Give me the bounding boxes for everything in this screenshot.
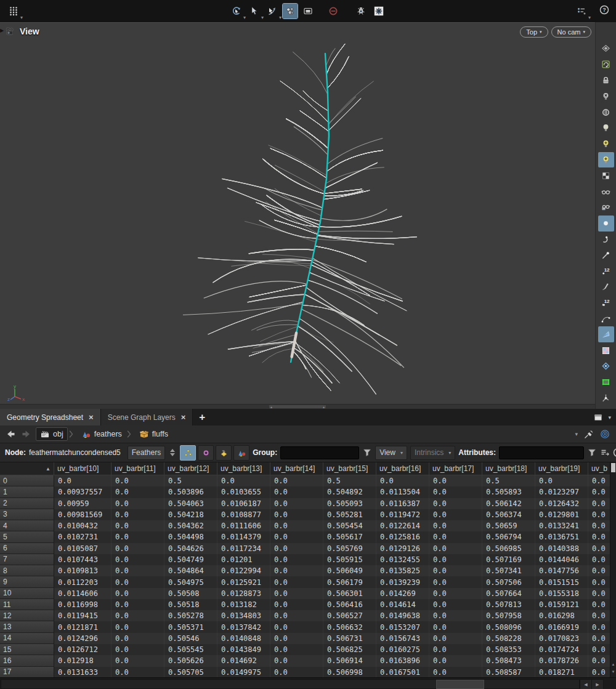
help-button[interactable]: ?: [598, 4, 610, 15]
column-header[interactable]: uv_barbr[16]: [376, 462, 429, 475]
row-header[interactable]: 5: [0, 531, 54, 542]
snapping-options-toggle[interactable]: [598, 57, 614, 73]
row-header[interactable]: 7: [0, 554, 54, 565]
display-prim-hulls-toggle[interactable]: [598, 311, 614, 327]
secure-selection-lock-toggle[interactable]: [598, 73, 614, 89]
vscroll-arrows[interactable]: ▲▼: [610, 663, 616, 674]
view-mode-selector[interactable]: View ▾: [375, 446, 407, 460]
pane-collapse-icon[interactable]: ▶: [0, 28, 4, 33]
display-textures-toggle[interactable]: [598, 342, 614, 358]
hq-lighting-shadows-toggle[interactable]: [598, 152, 614, 168]
display-point-numbers-toggle[interactable]: 12: [598, 263, 614, 279]
maximize-pane-icon[interactable]: [593, 413, 603, 422]
normal-lighting-toggle[interactable]: [598, 120, 614, 136]
row-header[interactable]: 0: [0, 475, 54, 486]
column-header[interactable]: uv_barbr[17]: [429, 462, 482, 475]
close-icon[interactable]: ×: [89, 413, 94, 422]
breadcrumb-item-obj[interactable]: obj: [36, 427, 68, 441]
forward-button[interactable]: [20, 428, 33, 440]
hscroll-track[interactable]: [1, 679, 580, 689]
row-header[interactable]: 13: [0, 621, 54, 632]
apps-grid-icon[interactable]: ▾: [6, 4, 21, 18]
export-columns-icon[interactable]: [600, 448, 610, 457]
display-point-normals-toggle[interactable]: [598, 279, 614, 295]
column-header[interactable]: uv_barbr[14]: [270, 462, 323, 475]
group-filter-icon[interactable]: [362, 448, 372, 457]
row-header[interactable]: 4: [0, 520, 54, 531]
camera-select-button[interactable]: No cam ▾: [551, 26, 591, 38]
column-header[interactable]: uv_barbr[13]: [217, 462, 270, 475]
tab-geometry-spreadsheet[interactable]: Geometry Spreadsheet×: [0, 409, 101, 425]
no-entry-button[interactable]: [326, 4, 341, 18]
display-options-button[interactable]: [371, 4, 386, 18]
display-point-marker-toggle[interactable]: [598, 247, 614, 263]
close-icon[interactable]: ×: [181, 413, 186, 422]
path-dropdown-icon[interactable]: ▾: [575, 431, 578, 437]
row-header[interactable]: 10: [0, 588, 54, 599]
row-header[interactable]: 11: [0, 599, 54, 610]
vertex-class-button[interactable]: [198, 445, 214, 461]
row-header[interactable]: 12: [0, 610, 54, 621]
primitive-class-button[interactable]: [216, 445, 232, 461]
column-header[interactable]: uv_barbr[18]: [482, 462, 535, 475]
help-icon[interactable]: ?: [613, 448, 616, 457]
attributes-filter-icon[interactable]: [587, 448, 597, 457]
ghost-other-objects-toggle[interactable]: [598, 183, 614, 199]
breadcrumb-item-feathers[interactable]: feathers: [78, 428, 126, 440]
tab-scene-graph-layers[interactable]: Scene Graph Layers×: [101, 409, 193, 425]
row-header[interactable]: 16: [0, 655, 54, 666]
plane-orientation-toggle[interactable]: [598, 41, 614, 57]
origin-gizmo-toggle[interactable]: [598, 390, 614, 406]
column-header[interactable]: uv_barbr[11]: [111, 462, 164, 475]
display-uv-overlap-toggle[interactable]: [598, 374, 614, 390]
column-header[interactable]: uv_barbr[19]: [535, 462, 588, 475]
hscroll-thumb[interactable]: [436, 680, 484, 689]
context-selector[interactable]: Feathers: [128, 446, 165, 460]
column-header[interactable]: uv_barbr[12]: [164, 462, 217, 475]
display-prim-numbers-toggle[interactable]: 12: [598, 295, 614, 311]
context-spinner[interactable]: [170, 449, 175, 456]
high-quality-lighting-toggle[interactable]: [598, 136, 614, 152]
vscroll-thumb[interactable]: [611, 463, 615, 472]
row-header[interactable]: 17: [0, 667, 54, 677]
column-header[interactable]: uv_barbr[15]: [323, 462, 376, 475]
scene-viewport[interactable]: ▶ View Top ▾ No cam ▾: [0, 22, 595, 409]
display-prim-normals-toggle[interactable]: [598, 326, 614, 342]
lighting-off-toggle[interactable]: [598, 88, 614, 104]
pane-menu-icon[interactable]: ▾: [608, 414, 611, 421]
transform-tool-button[interactable]: ▾: [265, 4, 280, 18]
render-view-button[interactable]: [354, 4, 368, 18]
row-header[interactable]: 3: [0, 509, 54, 520]
handles-tool-button[interactable]: [283, 4, 298, 18]
back-button[interactable]: [4, 428, 17, 440]
row-header[interactable]: 8: [0, 565, 54, 576]
detail-class-button[interactable]: [233, 445, 249, 461]
intrinsics-selector[interactable]: Intrinsics ▾: [410, 446, 455, 460]
row-header[interactable]: 9: [0, 576, 54, 587]
row-header[interactable]: 2: [0, 498, 54, 509]
radial-menu-icon[interactable]: [600, 429, 610, 439]
row-header[interactable]: 1: [0, 486, 54, 498]
hscroll-left-button[interactable]: ◀: [580, 679, 592, 689]
display-points-toggle[interactable]: [598, 216, 614, 232]
pane-splitter[interactable]: ▴ ▴: [0, 404, 595, 409]
display-point-hook-toggle[interactable]: [598, 232, 614, 248]
add-tab-button[interactable]: +: [193, 409, 211, 425]
view-tool-button[interactable]: ▾: [229, 4, 244, 18]
splitter-handle[interactable]: ▴ ▴: [269, 405, 326, 408]
breadcrumb-item-fluffs[interactable]: fluffs: [136, 428, 172, 440]
snapshot-tool-button[interactable]: [301, 4, 315, 18]
headlight-only-toggle[interactable]: [598, 104, 614, 120]
node-name[interactable]: feathermatchuncondensed5: [29, 448, 121, 457]
pin-icon[interactable]: [584, 429, 594, 439]
row-index-header[interactable]: ▲: [0, 462, 54, 475]
hide-other-objects-toggle[interactable]: [598, 199, 614, 216]
points-class-button[interactable]: [180, 445, 196, 461]
column-header[interactable]: uv_barbr[10]: [54, 462, 111, 475]
group-input[interactable]: [280, 446, 359, 459]
row-header[interactable]: 15: [0, 644, 54, 655]
display-materials-toggle[interactable]: [598, 167, 614, 183]
row-header[interactable]: 6: [0, 543, 54, 554]
display-backfaces-toggle[interactable]: [598, 358, 614, 374]
select-tool-button[interactable]: ▾: [247, 4, 262, 18]
